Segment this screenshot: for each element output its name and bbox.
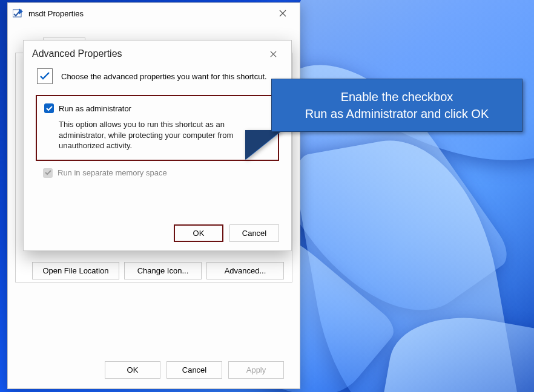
- separate-memory-label: Run in separate memory space: [58, 168, 167, 177]
- shortcut-icon: [37, 68, 53, 84]
- dialog-titlebar[interactable]: Advanced Properties: [24, 41, 291, 66]
- ok-button[interactable]: OK: [174, 224, 223, 242]
- callout-tail: [246, 131, 282, 160]
- change-icon-button[interactable]: Change Icon...: [124, 262, 202, 279]
- run-as-admin-checkbox[interactable]: Run as administrator: [44, 103, 269, 113]
- intro-text: Choose the advanced properties you want …: [61, 72, 267, 81]
- separate-memory-checkbox: Run in separate memory space: [24, 161, 291, 178]
- run-as-admin-description: This option allows you to run this short…: [59, 119, 267, 151]
- intro-row: Choose the advanced properties you want …: [24, 66, 291, 90]
- cancel-button[interactable]: Cancel: [166, 361, 222, 379]
- dialog-title: Advanced Properties: [32, 48, 122, 59]
- checkbox-icon: [44, 103, 54, 113]
- advanced-button[interactable]: Advanced...: [206, 262, 284, 279]
- run-as-admin-label: Run as administrator: [59, 104, 131, 113]
- open-file-location-button[interactable]: Open File Location: [32, 262, 119, 279]
- cancel-button[interactable]: Cancel: [229, 224, 279, 242]
- shortcut-action-row: Open File Location Change Icon... Advanc…: [32, 262, 284, 279]
- titlebar[interactable]: msdt Properties: [8, 3, 300, 24]
- desktop-background: msdt Properties Shortcut Open File Locat…: [0, 0, 534, 392]
- checkbox-icon: [43, 168, 53, 178]
- apply-button: Apply: [228, 361, 284, 379]
- annotation-callout: Enable the checkbox Run as Administrator…: [271, 79, 522, 132]
- window-title: msdt Properties: [28, 9, 271, 18]
- close-icon[interactable]: [263, 47, 283, 61]
- dialog-button-row: OK Cancel Apply: [105, 361, 284, 379]
- app-icon: [13, 8, 24, 18]
- ok-button[interactable]: OK: [105, 361, 160, 379]
- callout-line2: Run as Administrator and click OK: [305, 105, 489, 122]
- run-as-admin-group: Run as administrator This option allows …: [36, 95, 279, 161]
- close-icon[interactable]: [271, 5, 295, 22]
- dialog-button-row: OK Cancel: [174, 224, 279, 242]
- callout-line1: Enable the checkbox: [305, 88, 489, 105]
